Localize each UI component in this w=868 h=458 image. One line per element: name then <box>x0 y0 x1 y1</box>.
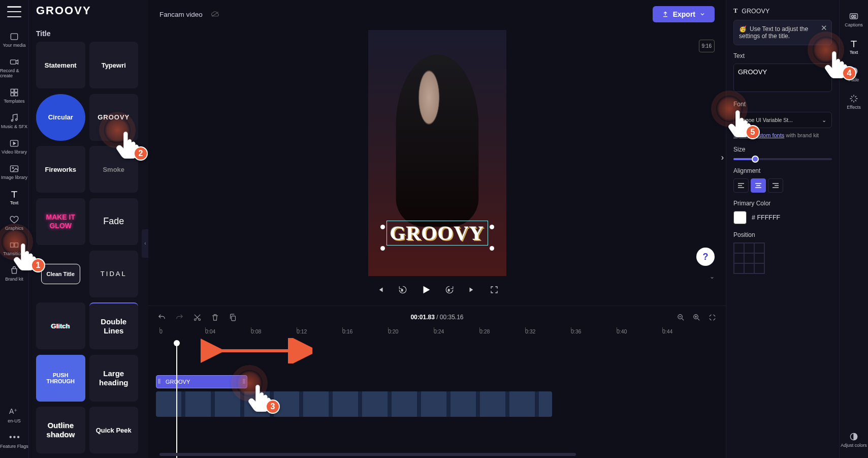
rail-transitions[interactable]: Transitions <box>0 236 28 260</box>
tile-push-through[interactable]: PUSH THROUGH <box>36 355 85 402</box>
text-input[interactable] <box>733 64 832 92</box>
tile-double-lines[interactable]: Double Lines <box>89 302 139 349</box>
text-overlay[interactable]: GROOVY <box>387 221 488 246</box>
delete-button[interactable] <box>211 313 219 322</box>
zoom-in-button[interactable] <box>692 313 701 322</box>
position-grid[interactable] <box>733 242 765 274</box>
tile-fireworks[interactable]: Fireworks <box>36 146 85 193</box>
slider-thumb[interactable] <box>752 156 759 163</box>
image-icon <box>9 164 19 174</box>
rail-text[interactable]: Text <box>0 185 28 209</box>
play-button[interactable] <box>421 284 432 295</box>
svg-rect-3 <box>15 89 18 92</box>
rail-templates[interactable]: Templates <box>0 83 28 108</box>
resize-handle[interactable] <box>380 246 385 251</box>
tile-clean-title[interactable]: Clean Title <box>41 264 80 284</box>
export-button[interactable]: Export <box>653 6 715 22</box>
rail-video-lib[interactable]: Video library <box>0 134 28 159</box>
tile-quick-peek[interactable]: Quick Peek <box>89 407 139 453</box>
font-value: Segoe UI Variable St... <box>739 117 793 123</box>
collapse-left-button[interactable]: ‹ <box>142 229 148 258</box>
timeline-text-clip[interactable]: GROOVY <box>156 375 247 388</box>
rail-image-lib[interactable]: Image library <box>0 160 28 184</box>
tile-glitch[interactable]: Glitch <box>36 302 85 349</box>
rrail-captions[interactable]: CC Captions <box>840 6 868 33</box>
rail-label: Transitions <box>3 251 25 256</box>
tile-outline-shadow[interactable]: Outline shadow <box>36 407 85 453</box>
expand-right-chevron[interactable]: › <box>721 153 724 162</box>
svg-rect-9 <box>11 166 18 172</box>
color-swatch[interactable] <box>733 211 747 224</box>
skip-start-button[interactable] <box>376 285 385 294</box>
undo-button[interactable] <box>157 313 166 322</box>
rail-your-media[interactable]: Your media <box>0 27 28 52</box>
rail-record[interactable]: Record & create <box>0 53 28 82</box>
music-icon <box>9 113 19 123</box>
fullscreen-button[interactable] <box>490 285 499 294</box>
svg-rect-12 <box>15 243 18 247</box>
rail-locale[interactable]: A⁺ en-US <box>0 403 28 428</box>
tile-large-heading[interactable]: Large heading <box>89 355 139 402</box>
emoji-icon: 🥳 <box>739 25 747 33</box>
left-panel-header: GROOVY <box>36 4 141 24</box>
aspect-ratio-button[interactable]: 9:16 <box>699 40 715 52</box>
rrail-label: Text <box>850 50 858 55</box>
resize-handle[interactable] <box>490 225 494 229</box>
timeline-tracks[interactable]: GROOVY <box>148 343 726 458</box>
rrail-effects[interactable]: Effects <box>840 88 868 115</box>
project-name[interactable]: Fancam video <box>159 11 203 18</box>
tile-circular[interactable]: Circular <box>36 94 85 141</box>
tile-fade[interactable]: Fade <box>89 198 139 245</box>
fit-button[interactable] <box>708 313 717 322</box>
cloud-sync-icon <box>211 11 220 18</box>
timeline-video-clip[interactable] <box>156 391 552 417</box>
hamburger-button[interactable] <box>7 6 21 17</box>
svg-rect-0 <box>11 34 17 40</box>
skip-end-button[interactable] <box>467 285 476 294</box>
stage: 9:16 GROOVY ? › ⌄ <box>148 28 726 277</box>
tile-statement[interactable]: Statement <box>36 42 85 88</box>
tile-make-it-glow[interactable]: MAKE IT GLOW <box>36 198 85 245</box>
expand-dropdown-chevron[interactable]: ⌄ <box>710 273 715 280</box>
rail-music[interactable]: Music & SFX <box>0 109 28 133</box>
rrail-text[interactable]: Text <box>840 34 868 60</box>
cut-button[interactable] <box>193 313 202 322</box>
forward-5-button[interactable]: 5 <box>445 285 454 294</box>
rewind-5-button[interactable]: 5 <box>398 285 407 294</box>
timeline-ruler[interactable]: 00:040:080:120:160:200:240:280:320:360:4… <box>148 328 726 343</box>
text-section-label: Text <box>733 52 832 59</box>
rail-label: Brand kit <box>5 277 23 282</box>
locale-icon: A⁺ <box>9 407 19 417</box>
rail-graphics[interactable]: Graphics <box>0 210 28 235</box>
help-button[interactable]: ? <box>696 248 715 266</box>
zoom-out-button[interactable] <box>677 313 685 322</box>
rrail-adjust-colors[interactable]: Adjust colors <box>840 426 868 453</box>
align-right-button[interactable] <box>768 178 783 193</box>
font-select[interactable]: Segoe UI Variable St... ⌄ <box>733 112 832 128</box>
rail-brand-kit[interactable]: Brand kit <box>0 261 28 286</box>
resize-handle[interactable] <box>490 246 494 251</box>
rail-feature-flags[interactable]: ••• Feature Flags <box>0 429 28 453</box>
copy-button[interactable] <box>229 313 237 322</box>
align-center-button[interactable] <box>751 178 766 193</box>
breadcrumb-title: GROOVY <box>742 8 769 15</box>
title-template-grid: Statement Typewri Circular GROOVY Firewo… <box>36 42 141 455</box>
playhead[interactable] <box>176 343 177 458</box>
tile-typewriter[interactable]: Typewri <box>89 42 139 88</box>
tile-groovy[interactable]: GROOVY <box>89 94 139 141</box>
tile-smoke[interactable]: Smoke <box>89 146 139 193</box>
text-type-icon: T <box>733 7 737 15</box>
tile-tidal[interactable]: TIDAL <box>89 251 139 297</box>
align-left-button[interactable] <box>733 178 749 193</box>
redo-button[interactable] <box>175 313 184 322</box>
rrail-fade[interactable]: Fade <box>840 61 868 87</box>
templates-icon <box>9 87 19 98</box>
timeline-scrollbar[interactable] <box>159 453 576 456</box>
size-slider[interactable] <box>733 158 832 160</box>
video-canvas[interactable]: GROOVY <box>368 30 506 276</box>
close-tip-button[interactable]: ✕ <box>821 23 827 33</box>
current-time: 00:01.83 <box>410 314 434 321</box>
position-section-label: Position <box>733 231 832 238</box>
resize-handle[interactable] <box>380 225 385 229</box>
upload-fonts-link[interactable]: Upload custom fonts <box>733 132 784 138</box>
